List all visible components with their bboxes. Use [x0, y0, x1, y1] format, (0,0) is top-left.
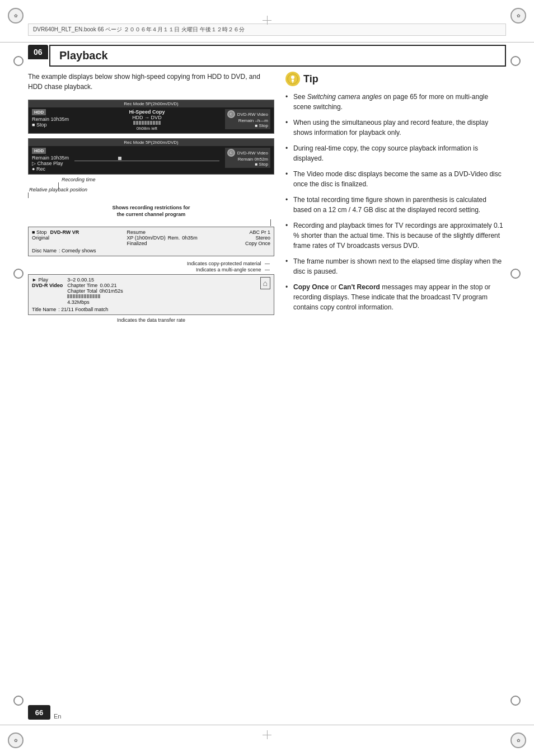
- panel2-stop-dvd: ■ Stop: [227, 162, 268, 167]
- panel1-rec-mode: Rec Mode 5P(2h00m/DVD): [29, 100, 274, 107]
- side-mark-left-bot: [13, 696, 24, 706]
- tip-bullet-8: Copy Once or Can't Record messages may a…: [285, 282, 506, 318]
- intro-text: The example displays below show high-spe…: [28, 72, 274, 92]
- shows-label-text: Shows recording restrictions forthe curr…: [112, 205, 190, 217]
- panel4-title-label: Title Name: [32, 307, 56, 312]
- filepath-bar: DVR640H_RLT_EN.book 66 ページ ２００６年４月１１日 火曜…: [28, 24, 506, 36]
- panel3-right: ABC Pr 1 Stereo Copy Once: [245, 229, 270, 246]
- panel3-stop: ■ Stop: [32, 229, 46, 235]
- panel2-center: [74, 148, 219, 161]
- panel1-time-left: 0h08m left: [129, 126, 165, 131]
- panel1-remain: Remain 10h35m: [32, 116, 69, 122]
- panel1-center: Hi-Speed Copy HDD → DVD 0h08m left: [129, 109, 165, 131]
- panel1-remain-dvd: Remain –h—m: [227, 118, 268, 123]
- panel2-display: Rec Mode 5P(2h00m/DVD) HDD Remain 10h35m…: [28, 138, 274, 175]
- callout-multi-angle: Indicates a multi-angle scene —: [28, 267, 274, 273]
- panel4-transfer: 4.32Mbps: [67, 299, 260, 305]
- page-lang: En: [54, 713, 61, 720]
- panel3-xp: XP (1h00m/DVD): [127, 235, 165, 241]
- tip-bullet-4: The Video mode disc displays become the …: [285, 169, 506, 195]
- panel4-display: ► Play DVD-R Video 3–2 0.00.15 Chapter T…: [28, 274, 274, 315]
- hrule-top: [0, 42, 534, 43]
- panel2-remain-dvd: Remain 0h52m: [227, 157, 268, 162]
- callout-copy-protected: Indicates copy-protected material —: [28, 261, 274, 266]
- panel3-disc-name: Disc Name : Comedy shows: [32, 248, 270, 253]
- tip-icon: [285, 72, 300, 86]
- side-mark-right-mid: [510, 269, 521, 279]
- tip-8-cant-record: Can't Record: [339, 283, 380, 291]
- panel1-left: HDD Remain 10h35m ■ Stop: [32, 109, 69, 128]
- indicates-transfer-label: Indicates the data transfer rate: [28, 317, 274, 323]
- panel1-stop-dvd: ■ Stop: [227, 123, 268, 128]
- callout-copy-protected-text: Indicates copy-protected material: [187, 261, 261, 266]
- panel3-rem-value: 0h35m: [182, 235, 198, 241]
- panel4-progress: [67, 294, 100, 298]
- panel1-stop: ■ Stop: [32, 122, 69, 128]
- panel1-copy-label: Hi-Speed Copy: [129, 109, 165, 115]
- panel3-finalized: Finalized: [127, 241, 197, 246]
- svg-point-2: [292, 82, 293, 83]
- annotation-area: Recording time Relative playback positio…: [28, 177, 274, 199]
- svg-rect-1: [292, 79, 294, 82]
- chapter-tab: 06: [28, 45, 48, 59]
- side-mark-left-top: [13, 56, 24, 66]
- panel3-left: ■ Stop DVD-RW VR Original: [32, 229, 79, 241]
- top-center-mark: [263, 16, 271, 25]
- page-number: 66: [28, 705, 50, 720]
- tip-bullets-list: See Switching camera angles on page 65 f…: [285, 92, 506, 318]
- panel1-display: Rec Mode 5P(2h00m/DVD) HDD Remain 10h35m…: [28, 100, 274, 134]
- panel4-dvd-type: DVD-R Video: [32, 283, 63, 288]
- panel1-dvd-label: DVD-RW Video: [237, 112, 268, 117]
- tip-bullet-6: Recording and playback times for TV reco…: [285, 220, 506, 256]
- tip-8-copy-once: Copy Once: [293, 283, 329, 291]
- panel3-copy-once: Copy Once: [245, 241, 270, 246]
- panel4-multi-angle-icon: ⌂: [260, 277, 270, 289]
- panel2-rec: ● Rec: [32, 166, 69, 172]
- filepath-text: DVR640H_RLT_EN.book 66 ページ ２００６年４月１１日 火曜…: [33, 26, 245, 32]
- side-mark-right-top: [510, 56, 521, 66]
- page-header: Playback: [49, 45, 506, 67]
- tip-8-or: or: [331, 283, 339, 291]
- recording-time-label: Recording time: [62, 177, 96, 182]
- tip-bullet-1: See Switching camera angles on page 65 f…: [285, 92, 506, 118]
- corner-decoration-tl: ✿: [8, 8, 24, 24]
- panel1-progress: [133, 121, 161, 125]
- panel1-disc-icon: C: [227, 110, 235, 118]
- panel2-chase: ▷ Chase Play: [32, 161, 69, 166]
- panel3-dvd-type: DVD-RW VR: [50, 229, 79, 235]
- panel3-original: Original: [32, 235, 79, 241]
- callout-multi-angle-text: Indicates a multi-angle scene: [196, 267, 261, 273]
- right-column: Tip See Switching camera angles on page …: [285, 72, 506, 323]
- panel3-disc-name-label: Disc Name: [32, 248, 57, 253]
- panel4-left: ► Play DVD-R Video: [32, 277, 63, 288]
- panel2-right: C DVD-RW Video Remain 0h52m ■ Stop: [225, 148, 270, 168]
- panel3-center: Resume XP (1h00m/DVD) Rem. 0h35m Finaliz…: [127, 229, 197, 246]
- left-column: The example displays below show high-spe…: [28, 72, 274, 323]
- panel4-right: ⌂: [260, 277, 270, 289]
- panel4-chtime-label: Chapter Time: [67, 283, 97, 288]
- panel2-remain: Remain 10h35m: [32, 155, 69, 161]
- panel4-chtotal-label: Chapter Total: [67, 288, 97, 294]
- hrule-bot: [0, 725, 534, 725]
- panel2-hdd-label: HDD: [32, 148, 46, 154]
- panel4-play: ► Play: [32, 277, 48, 283]
- panel2-left: HDD Remain 10h35m ▷ Chase Play ● Rec: [32, 148, 69, 172]
- tip-bullet-3: During real-time copy, the copy source p…: [285, 143, 506, 169]
- panel3-display: ■ Stop DVD-RW VR Original Resume XP (1h0…: [28, 227, 274, 256]
- panel2-dvd-label: DVD-RW Video: [237, 151, 268, 156]
- panel1-copy-arrow: HDD → DVD: [129, 115, 165, 120]
- page-title: Playback: [59, 49, 108, 62]
- panel3-stereo: Stereo: [245, 235, 270, 241]
- panel4-timecode: 3–2 0.00.15: [67, 277, 260, 283]
- panel2-rec-mode: Rec Mode 5P(2h00m/DVD): [29, 139, 274, 146]
- side-mark-left-mid: [13, 269, 24, 279]
- panel4-chtotal-value: 0h01m52s: [100, 288, 123, 294]
- tip-bullet-2: When using the simultaneous play and rec…: [285, 118, 506, 143]
- bottom-center-mark: [263, 730, 271, 739]
- tip-bullet-5: The total recording time figure shown in…: [285, 195, 506, 220]
- panel1-hdd-label: HDD: [32, 109, 46, 115]
- corner-decoration-bl: ✿: [8, 732, 24, 748]
- panel1-right: C DVD-RW Video Remain –h—m ■ Stop: [225, 109, 270, 129]
- panel4-chtime-value: 0.00.21: [100, 283, 116, 288]
- corner-decoration-tr: ✿: [510, 8, 526, 24]
